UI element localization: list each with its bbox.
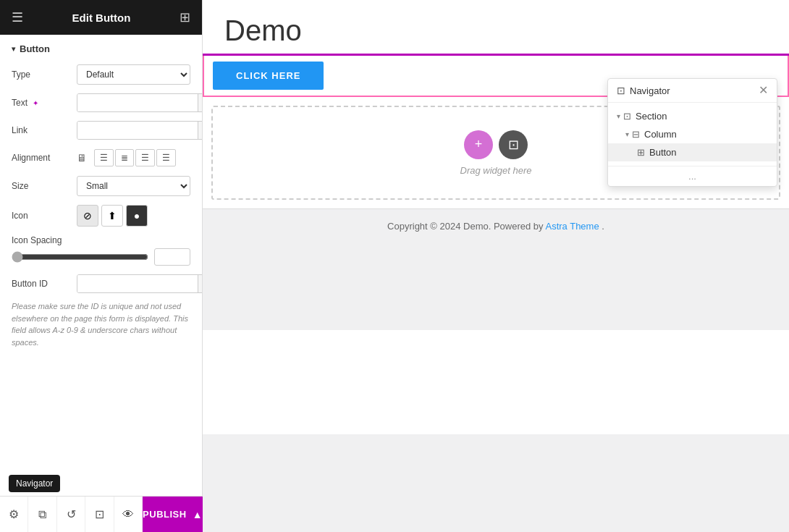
alignment-label: Alignment — [12, 153, 77, 163]
add-widget-dark-button[interactable]: ⊡ — [499, 130, 528, 159]
text-input[interactable]: Click here — [77, 94, 198, 111]
navigator-panel-title: Navigator — [630, 85, 670, 96]
menu-icon[interactable]: ☰ — [12, 9, 23, 25]
icon-none-button[interactable]: ⊘ — [77, 205, 98, 227]
size-control: Small Medium Large — [77, 176, 190, 196]
dynamic-text-icon: ✦ — [33, 99, 38, 107]
size-row: Size Small Medium Large — [0, 172, 202, 200]
align-left-button[interactable]: ☰ — [94, 149, 114, 166]
navigator-tree: ▾ ⊡ Section ▾ ⊟ Column ⊞ Button — [608, 103, 777, 166]
settings-icon-btn[interactable]: ⚙ — [0, 497, 28, 533]
icon-row: Icon ⊘ ⬆ ● — [0, 200, 202, 231]
button-item-label: Button — [649, 147, 677, 158]
column-widget-icon: ⊟ — [632, 129, 640, 140]
alignment-device-icon: 🖥 — [77, 152, 87, 164]
align-center-button[interactable]: ≣ — [115, 149, 134, 166]
text-control: Click here ≡ — [77, 93, 203, 112]
spacing-slider-row — [12, 248, 190, 266]
section-widget-icon: ⊡ — [623, 111, 631, 122]
type-row: Type Default Primary Secondary Outline — [0, 60, 202, 89]
spacing-slider[interactable] — [12, 251, 148, 263]
type-select[interactable]: Default Primary Secondary Outline — [77, 64, 190, 85]
text-row: Text ✦ Click here ≡ — [0, 89, 202, 117]
section-chevron: ▾ — [12, 45, 15, 53]
icon-before-button[interactable]: ⬆ — [101, 205, 123, 227]
navigator-panel: ⊡ Navigator ✕ ▾ ⊡ Section ▾ ⊟ Column ⊞ B… — [607, 78, 777, 187]
layers-icon-btn[interactable]: ⧉ — [28, 497, 56, 533]
footer-text: Copyright © 2024 Demo. Powered by — [387, 221, 545, 232]
nav-column-item[interactable]: ▾ ⊟ Column — [608, 125, 777, 143]
link-settings-icon[interactable]: ⚙ — [198, 122, 203, 139]
button-id-label: Button ID — [12, 279, 77, 289]
button-id-row: Button ID ≡ — [0, 270, 202, 297]
icon-buttons: ⊘ ⬆ ● — [77, 205, 148, 227]
publish-label: PUBLISH — [143, 509, 187, 520]
column-chevron-icon: ▾ — [625, 130, 629, 138]
button-id-control-wrap: ≡ — [77, 274, 203, 293]
add-widget-pink-button[interactable]: + — [464, 130, 493, 159]
link-label: Link — [12, 125, 77, 135]
drag-widget-text: Drag widget here — [460, 165, 532, 176]
section-button[interactable]: ▾ Button — [0, 35, 202, 60]
section-chevron-icon: ▾ — [617, 112, 620, 120]
section-label: Button — [20, 43, 50, 54]
button-id-input-wrapper: ≡ — [77, 274, 203, 293]
column-item-label: Column — [644, 129, 677, 140]
navigator-header: ⊡ Navigator ✕ — [608, 79, 777, 103]
page-canvas: Demo CLICK HERE + ⊡ Drag widget here Cop… — [203, 0, 789, 434]
link-input-wrapper: # ⚙ ≡ — [77, 121, 203, 140]
text-input-wrapper: Click here ≡ — [77, 93, 203, 112]
icon-spacing-label: Icon Spacing — [12, 235, 77, 245]
canvas-gray-bottom — [203, 243, 789, 330]
icon-spacing-section: Icon Spacing — [0, 231, 202, 270]
spacing-input[interactable] — [154, 248, 190, 266]
navigator-close-button[interactable]: ✕ — [759, 85, 768, 96]
alignment-control: 🖥 ☰ ≣ ☰ ☰ — [77, 149, 190, 166]
align-buttons: ☰ ≣ ☰ ☰ — [94, 149, 176, 166]
navigator-footer: ... — [608, 166, 777, 186]
grid-icon[interactable]: ⊞ — [180, 9, 190, 25]
navigator-header-left: ⊡ Navigator — [617, 85, 670, 96]
text-label: Text ✦ — [12, 98, 77, 108]
bottom-bar: ⚙ ⧉ ↺ ⊡ 👁 PUBLISH ▲ — [0, 496, 203, 532]
navigator-panel-icon: ⊡ — [617, 85, 625, 96]
main-content: Demo CLICK HERE + ⊡ Drag widget here Cop… — [203, 0, 789, 532]
add-widget-buttons: + ⊡ — [464, 130, 528, 159]
button-id-align-icon[interactable]: ≡ — [198, 275, 203, 292]
click-here-button[interactable]: CLICK HERE — [213, 62, 324, 90]
preview-icon-btn[interactable]: 👁 — [114, 497, 143, 533]
link-input[interactable]: # — [77, 122, 198, 139]
publish-chevron-icon: ▲ — [193, 509, 203, 520]
link-control: # ⚙ ≡ — [77, 121, 203, 140]
nav-button-item[interactable]: ⊞ Button — [608, 143, 777, 161]
type-label: Type — [12, 69, 77, 80]
icon-control: ⊘ ⬆ ● — [77, 205, 190, 227]
footer-link[interactable]: Astra Theme — [545, 221, 599, 232]
footer-after: . — [602, 221, 604, 232]
button-widget-icon: ⊞ — [637, 147, 645, 158]
icon-label: Icon — [12, 211, 77, 221]
size-label: Size — [12, 181, 77, 191]
text-align-icon[interactable]: ≡ — [198, 94, 203, 111]
button-id-notice: Please make sure the ID is unique and no… — [0, 297, 202, 357]
nav-section-item[interactable]: ▾ ⊡ Section — [608, 107, 777, 125]
page-title: Demo — [203, 0, 789, 54]
link-row: Link # ⚙ ≡ — [0, 117, 202, 144]
drag-line — [203, 54, 789, 56]
left-panel: ☰ Edit Button ⊞ ▾ Button Type Default Pr… — [0, 0, 203, 532]
size-select[interactable]: Small Medium Large — [77, 176, 190, 196]
icon-color-button[interactable]: ● — [126, 205, 148, 227]
publish-button[interactable]: PUBLISH ▲ — [143, 497, 203, 533]
align-right-button[interactable]: ☰ — [135, 149, 155, 166]
button-id-input[interactable] — [77, 275, 198, 292]
panel-title: Edit Button — [72, 12, 131, 24]
type-control: Default Primary Secondary Outline — [77, 64, 190, 85]
panel-header: ☰ Edit Button ⊞ — [0, 0, 202, 35]
alignment-row: Alignment 🖥 ☰ ≣ ☰ ☰ — [0, 144, 202, 172]
template-icon-btn[interactable]: ⊡ — [85, 497, 114, 533]
navigator-tooltip: Navigator — [9, 475, 60, 492]
align-justify-button[interactable]: ☰ — [156, 149, 176, 166]
section-item-label: Section — [636, 111, 667, 122]
footer-bar: Copyright © 2024 Demo. Powered by Astra … — [203, 208, 789, 243]
history-icon-btn[interactable]: ↺ — [57, 497, 85, 533]
